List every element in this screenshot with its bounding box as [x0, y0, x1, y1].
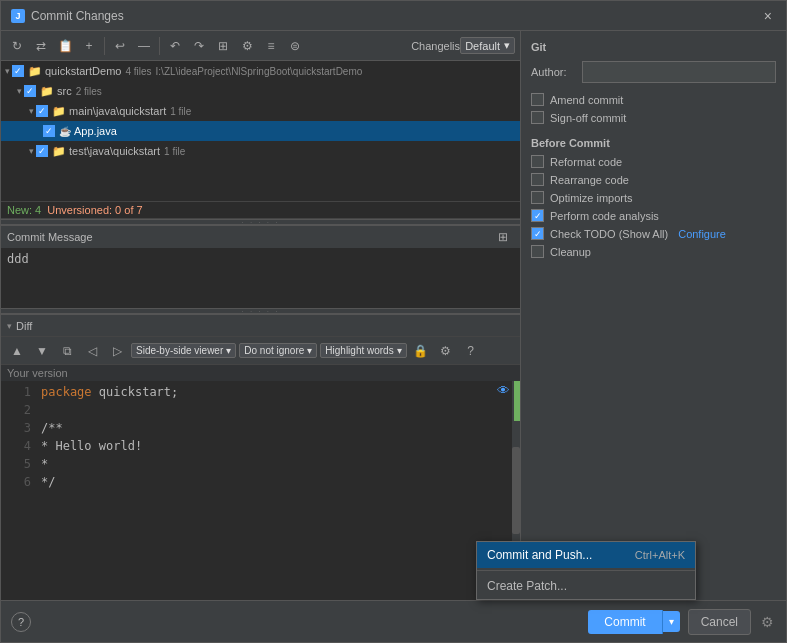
bottom-settings-icon[interactable]: ⚙	[759, 612, 776, 632]
diff-help-button[interactable]: ?	[460, 340, 482, 362]
git-section-label: Git	[531, 37, 776, 61]
diff-toolbar: ▲ ▼ ⧉ ◁ ▷ Side-by-side viewer ▾ Do not i…	[1, 337, 520, 365]
commit-options-button[interactable]: 📋	[54, 35, 76, 57]
your-version-label: Your version	[7, 367, 68, 379]
lock-button[interactable]: 🔒	[410, 340, 432, 362]
expand-test-icon: ▾	[29, 146, 34, 156]
cancel-button[interactable]: Cancel	[688, 609, 751, 635]
tree-item-main-label: main\java\quickstart	[69, 105, 166, 117]
reformat-checkbox[interactable]	[531, 155, 544, 168]
signoff-label: Sign-off commit	[550, 112, 626, 124]
help-button[interactable]: ?	[11, 612, 31, 632]
diff-section: ▾ Diff ▲ ▼ ⧉ ◁ ▷ Side-by-side viewer ▾ D	[1, 314, 520, 600]
code-area[interactable]: 1 package quickstart; 2 3 /** 4 * Hello …	[1, 381, 520, 600]
code-line-1: 1 package quickstart;	[1, 385, 520, 403]
reformat-row: Reformat code	[531, 155, 776, 168]
diff-copy-button[interactable]: ⧉	[56, 340, 78, 362]
diff-indicator	[514, 381, 520, 421]
ignore-arrow-icon: ▾	[307, 345, 312, 356]
commit-button[interactable]: Commit	[588, 610, 662, 634]
undo-button[interactable]: ↶	[164, 35, 186, 57]
eye-icon[interactable]: 👁	[497, 383, 510, 398]
signoff-commit-row: Sign-off commit	[531, 111, 776, 124]
compare-button[interactable]: ⊞	[212, 35, 234, 57]
line-num-3: 3	[7, 421, 31, 439]
commit-dropdown-popup: Commit and Push... Ctrl+Alt+K Create Pat…	[476, 541, 696, 600]
cleanup-row: Cleanup	[531, 245, 776, 258]
checkbox-appjava[interactable]: ✓	[43, 125, 55, 137]
tree-test-meta: 1 file	[164, 146, 185, 157]
code-line-5: 5 *	[1, 457, 520, 475]
author-label: Author:	[531, 66, 576, 78]
tree-item-appjava[interactable]: ✓ ☕ App.java	[1, 121, 520, 141]
dropdown-divider	[477, 570, 695, 571]
configure-link[interactable]: Configure	[678, 228, 726, 240]
amend-checkbox[interactable]	[531, 93, 544, 106]
tree-item-root[interactable]: ▾ ✓ 📁 quickstartDemo 4 files I:\ZL\ideaP…	[1, 61, 520, 81]
refresh-button[interactable]: ↻	[6, 35, 28, 57]
highlight-dropdown[interactable]: Highlight words ▾	[320, 343, 406, 358]
commit-push-item[interactable]: Commit and Push... Ctrl+Alt+K	[477, 542, 695, 568]
diff-down-button[interactable]: ▼	[31, 340, 53, 362]
code-line-2: 2	[1, 403, 520, 421]
optimize-row: Optimize imports	[531, 191, 776, 204]
tree-path: I:\ZL\ideaProject\NlSpringBoot\quickstar…	[156, 66, 363, 77]
todo-checkbox[interactable]: ✓	[531, 227, 544, 240]
settings-tree-button[interactable]: ⚙	[236, 35, 258, 57]
line-num-1: 1	[7, 385, 31, 403]
rearrange-checkbox[interactable]	[531, 173, 544, 186]
expand-message-button[interactable]: ⊞	[492, 226, 514, 248]
rearrange-label: Rearrange code	[550, 174, 629, 186]
changelist-area: Changelist: Default ▾	[411, 37, 515, 54]
folder-icon-root: 📁	[28, 65, 42, 78]
commit-message-input[interactable]: ddd	[1, 248, 520, 308]
tree-item-appjava-label: App.java	[74, 125, 117, 137]
sort-button[interactable]: ≡	[260, 35, 282, 57]
tree-item-main[interactable]: ▾ ✓ 📁 main\java\quickstart 1 file	[1, 101, 520, 121]
analysis-checkbox[interactable]: ✓	[531, 209, 544, 222]
close-button[interactable]: ×	[760, 6, 776, 26]
changelist-dropdown[interactable]: Default ▾	[460, 37, 515, 54]
title-bar-left: J Commit Changes	[11, 9, 124, 23]
diff-settings-button[interactable]: ⚙	[435, 340, 457, 362]
add-button[interactable]: +	[78, 35, 100, 57]
scrollbar-thumb[interactable]	[512, 447, 520, 535]
sync-button[interactable]: ⇄	[30, 35, 52, 57]
main-content: ↻ ⇄ 📋 + ↩ — ↶ ↷ ⊞ ⚙ ≡ ⊜ Changelist: Defa…	[1, 31, 786, 600]
tree-item-src[interactable]: ▾ ✓ 📁 src 2 files	[1, 81, 520, 101]
commit-message-area: Commit Message ⊞ ddd	[1, 225, 520, 308]
line-num-6: 6	[7, 475, 31, 493]
checkbox-main[interactable]: ✓	[36, 105, 48, 117]
redo-button[interactable]: ↷	[188, 35, 210, 57]
author-input[interactable]	[582, 61, 776, 83]
code-line-6: 6 */	[1, 475, 520, 493]
todo-label: Check TODO (Show All)	[550, 228, 668, 240]
diff-next-button[interactable]: ▷	[106, 340, 128, 362]
main-toolbar: ↻ ⇄ 📋 + ↩ — ↶ ↷ ⊞ ⚙ ≡ ⊜ Changelist: Defa…	[1, 31, 520, 61]
expand-main-icon: ▾	[29, 106, 34, 116]
delete-button[interactable]: —	[133, 35, 155, 57]
ignore-dropdown[interactable]: Do not ignore ▾	[239, 343, 317, 358]
checkbox-src[interactable]: ✓	[24, 85, 36, 97]
filter-button[interactable]: ⊜	[284, 35, 306, 57]
checkbox-test[interactable]: ✓	[36, 145, 48, 157]
signoff-checkbox[interactable]	[531, 111, 544, 124]
checkbox-root[interactable]: ✓	[12, 65, 24, 77]
tree-item-test[interactable]: ▾ ✓ 📁 test\java\quickstart 1 file	[1, 141, 520, 161]
commit-arrow-button[interactable]: ▾	[663, 611, 680, 632]
app-icon: J	[11, 9, 25, 23]
folder-icon-main: 📁	[52, 105, 66, 118]
viewer-dropdown[interactable]: Side-by-side viewer ▾	[131, 343, 236, 358]
line-num-2: 2	[7, 403, 31, 421]
expand-root-icon: ▾	[5, 66, 10, 76]
status-new: New: 4	[7, 204, 41, 216]
diff-prev-button[interactable]: ◁	[81, 340, 103, 362]
revert-button[interactable]: ↩	[109, 35, 131, 57]
changelist-label: Changelist:	[411, 40, 456, 52]
optimize-checkbox[interactable]	[531, 191, 544, 204]
cleanup-checkbox[interactable]	[531, 245, 544, 258]
collapse-diff-icon[interactable]: ▾	[7, 321, 12, 331]
amend-label: Amend commit	[550, 94, 623, 106]
diff-up-button[interactable]: ▲	[6, 340, 28, 362]
create-patch-item[interactable]: Create Patch...	[477, 573, 695, 599]
